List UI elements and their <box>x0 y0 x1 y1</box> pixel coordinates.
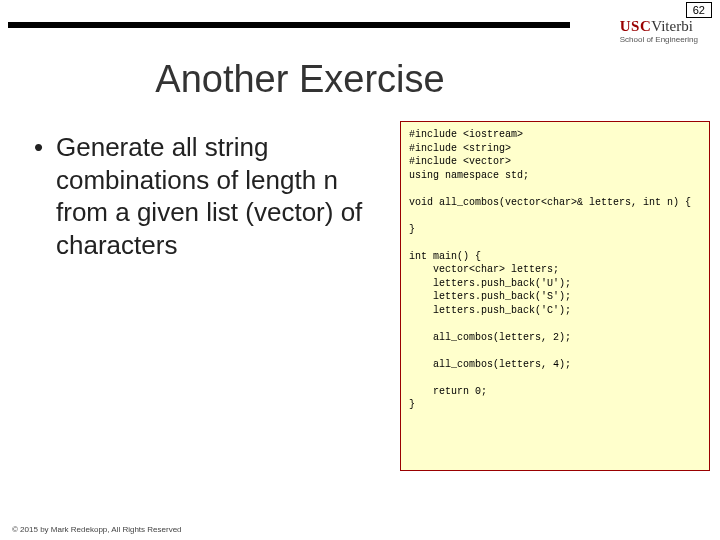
content-row: Generate all string combinations of leng… <box>0 121 720 471</box>
code-block: #include <iostream> #include <string> #i… <box>400 121 710 471</box>
usc-viterbi-logo: USCViterbi School of Engineering <box>620 18 698 44</box>
logo-usc-text: USC <box>620 18 652 34</box>
logo-viterbi-text: Viterbi <box>651 18 693 34</box>
logo-subtitle: School of Engineering <box>620 36 698 44</box>
header-bar: 62 USCViterbi School of Engineering <box>0 0 720 28</box>
bullet-item: Generate all string combinations of leng… <box>30 131 385 261</box>
page-number: 62 <box>686 2 712 18</box>
header-rule <box>8 22 570 28</box>
copyright-footer: © 2015 by Mark Redekopp, All Rights Rese… <box>12 525 182 534</box>
slide-title: Another Exercise <box>0 58 720 101</box>
bullet-list: Generate all string combinations of leng… <box>30 121 400 471</box>
